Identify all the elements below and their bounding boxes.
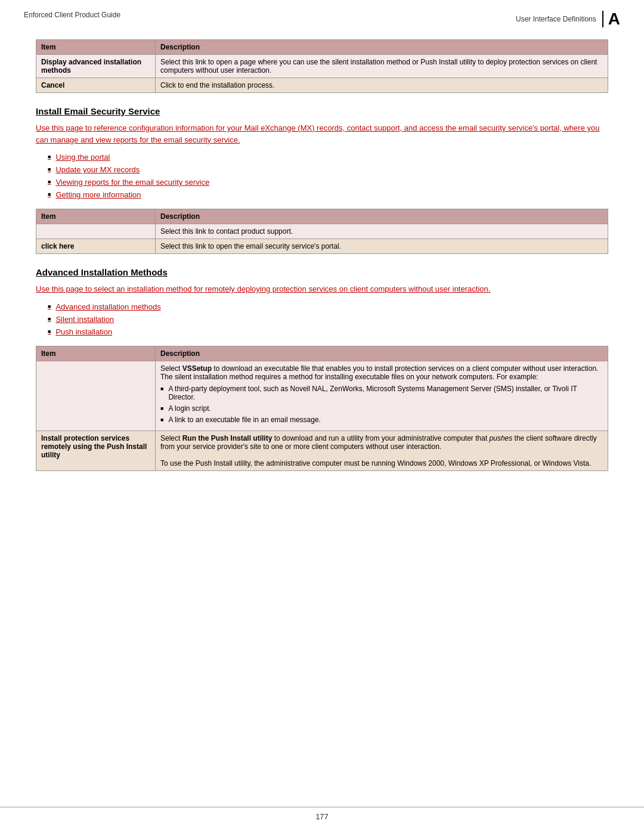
vssetup-bold: VSSetup [182, 364, 212, 373]
list-item[interactable]: Silent installation [48, 315, 608, 324]
col-item-header: Item [36, 40, 156, 55]
table-installation-options: Item Description Display advanced instal… [36, 39, 608, 93]
inner-list-item: A link to an executable file in an email… [160, 416, 603, 424]
page-container: Enforced Client Product Guide User Inter… [0, 0, 644, 833]
pushes-italic: pushes [490, 434, 513, 442]
page-footer: 177 [0, 807, 644, 821]
table-advanced-options: Item Description Select VSSetup to downl… [36, 346, 608, 471]
item-cell-empty [36, 361, 156, 431]
list-item[interactable]: Update your MX records [48, 165, 608, 174]
desc-cell: Select this link to open the email secur… [156, 239, 608, 254]
push-install-bold: Run the Push Install utility [182, 434, 273, 442]
desc-cell: Select this link to open a page where yo… [156, 55, 608, 78]
desc-cell-vssetup: Select VSSetup to download an executable… [156, 361, 608, 431]
table-row: Install protection services remotely usi… [36, 431, 608, 470]
section-desc-advanced: Use this page to select an installation … [36, 283, 608, 295]
item-cell: Display advanced installation methods [36, 55, 156, 78]
table-row: Cancel Click to end the installation pro… [36, 78, 608, 93]
section-heading-email: Install Email Security Service [36, 106, 608, 116]
section-desc-email: Use this page to reference configuration… [36, 122, 608, 145]
section-heading-text: Install Email Security Service [36, 106, 160, 116]
item-cell-push: Install protection services remotely usi… [36, 431, 156, 470]
inner-list-item: A third-party deployment tool, such as N… [160, 385, 603, 401]
table-row: Select VSSetup to download an executable… [36, 361, 608, 431]
table-row: Select this link to contact product supp… [36, 224, 608, 239]
bullet-list-advanced: Advanced installation methods Silent ins… [48, 302, 608, 336]
list-item[interactable]: Advanced installation methods [48, 302, 608, 311]
item-cell [36, 224, 156, 239]
bullet-list-email: Using the portal Update your MX records … [48, 153, 608, 199]
header-left: Enforced Client Product Guide [24, 11, 120, 19]
desc-cell-push: Select Run the Push Install utility to d… [156, 431, 608, 470]
col-item-header: Item [36, 209, 156, 224]
table-row: click here Select this link to open the … [36, 239, 608, 254]
list-item[interactable]: Using the portal [48, 153, 608, 162]
item-cell-click-here: click here [36, 239, 156, 254]
list-item[interactable]: Push installation [48, 327, 608, 336]
page-number: 177 [315, 812, 329, 821]
list-item[interactable]: Viewing reports for the email security s… [48, 178, 608, 187]
col-desc-header: Description [156, 209, 608, 224]
inner-list-item: A login script. [160, 404, 603, 413]
page-header: Enforced Client Product Guide User Inter… [0, 0, 644, 33]
header-right-text: User Interface Definitions [516, 15, 596, 23]
col-item-header: Item [36, 346, 156, 361]
table-row: Display advanced installation methods Se… [36, 55, 608, 78]
page-content: Item Description Display advanced instal… [0, 33, 644, 508]
table-email-items: Item Description Select this link to con… [36, 209, 608, 254]
desc-cell: Select this link to contact product supp… [156, 224, 608, 239]
header-right: User Interface Definitions A [516, 11, 620, 27]
inner-bullet-list: A third-party deployment tool, such as N… [160, 385, 603, 424]
section-heading-advanced: Advanced Installation Methods [36, 267, 608, 277]
list-item[interactable]: Getting more information [48, 190, 608, 199]
col-desc-header: Description [156, 346, 608, 361]
col-desc-header: Description [156, 40, 608, 55]
header-letter: A [602, 11, 620, 27]
section-heading-text: Advanced Installation Methods [36, 267, 168, 277]
item-cell: Cancel [36, 78, 156, 93]
desc-cell: Click to end the installation process. [156, 78, 608, 93]
